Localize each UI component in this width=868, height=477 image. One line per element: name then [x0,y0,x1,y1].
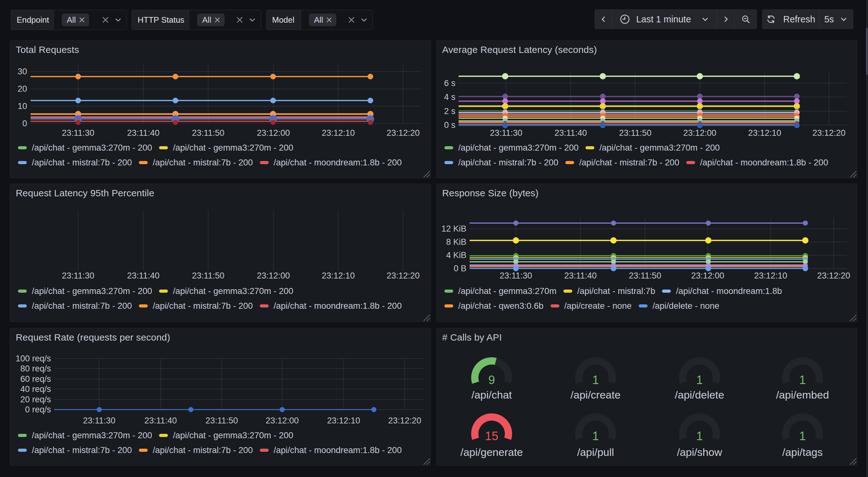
svg-text:23:11:50: 23:11:50 [192,271,224,280]
svg-text:/api/show: /api/show [677,446,722,458]
svg-text:0 req/s: 0 req/s [25,405,51,414]
svg-text:23:12:20: 23:12:20 [817,271,850,280]
svg-text:23:12:20: 23:12:20 [812,128,845,138]
svg-text:23:12:00: 23:12:00 [266,416,299,425]
svg-text:10: 10 [18,101,27,111]
svg-text:23:12:10: 23:12:10 [321,271,354,280]
svg-text:40 req/s: 40 req/s [20,384,51,394]
svg-text:8 KiB: 8 KiB [446,237,466,247]
svg-text:23:12:20: 23:12:20 [386,128,420,138]
svg-text:23:12:20: 23:12:20 [386,271,420,280]
svg-text:9: 9 [488,374,495,387]
svg-text:/api/chat: /api/chat [471,389,512,401]
svg-text:15: 15 [485,429,498,443]
svg-text:80 req/s: 80 req/s [20,364,51,374]
svg-text:2 s: 2 s [444,107,456,116]
svg-text:4 KiB: 4 KiB [446,250,466,260]
svg-text:60 req/s: 60 req/s [20,374,51,384]
svg-text:100 req/s: 100 req/s [16,354,51,363]
svg-text:23:11:40: 23:11:40 [554,128,587,138]
svg-text:1: 1 [696,374,703,387]
svg-text:6 s: 6 s [444,79,456,88]
svg-text:12 KiB: 12 KiB [441,224,466,234]
svg-text:23:11:50: 23:11:50 [619,128,651,138]
svg-text:23:11:30: 23:11:30 [490,128,522,138]
svg-text:4 s: 4 s [444,92,456,102]
svg-text:23:12:00: 23:12:00 [683,128,716,138]
svg-text:/api/delete: /api/delete [675,389,724,401]
svg-text:20: 20 [18,84,27,94]
svg-text:23:12:10: 23:12:10 [754,271,787,280]
svg-text:23:12:20: 23:12:20 [388,416,421,425]
svg-text:/api/embed: /api/embed [776,389,829,401]
svg-text:23:11:40: 23:11:40 [127,128,159,138]
svg-text:23:11:50: 23:11:50 [192,128,224,138]
svg-text:23:11:50: 23:11:50 [629,271,661,280]
svg-text:/api/pull: /api/pull [577,446,614,458]
svg-text:23:12:10: 23:12:10 [327,416,360,425]
svg-text:0: 0 [22,119,27,128]
svg-text:23:11:40: 23:11:40 [127,271,159,280]
svg-text:0 s: 0 s [444,120,456,130]
svg-text:23:11:30: 23:11:30 [499,271,532,280]
svg-text:23:12:10: 23:12:10 [321,128,354,138]
svg-text:1: 1 [799,429,806,443]
svg-text:0 B: 0 B [454,264,466,273]
svg-text:23:11:40: 23:11:40 [144,416,177,425]
svg-text:1: 1 [592,374,599,387]
svg-text:/api/generate: /api/generate [461,446,523,458]
svg-text:23:11:50: 23:11:50 [205,416,238,425]
svg-text:1: 1 [799,374,806,387]
svg-text:23:11:30: 23:11:30 [62,128,94,138]
svg-text:1: 1 [696,429,703,443]
svg-text:1: 1 [592,429,599,443]
svg-text:/api/create: /api/create [571,389,621,401]
svg-text:23:11:40: 23:11:40 [564,271,596,280]
svg-text:/api/tags: /api/tags [782,446,823,458]
svg-text:23:12:10: 23:12:10 [748,128,781,138]
svg-text:23:11:30: 23:11:30 [62,271,94,280]
svg-text:23:12:00: 23:12:00 [257,271,290,280]
svg-text:23:12:00: 23:12:00 [691,271,724,280]
svg-text:23:12:00: 23:12:00 [257,128,290,138]
svg-text:20 req/s: 20 req/s [20,395,51,404]
svg-text:23:11:30: 23:11:30 [83,416,115,425]
svg-text:30: 30 [18,67,27,76]
